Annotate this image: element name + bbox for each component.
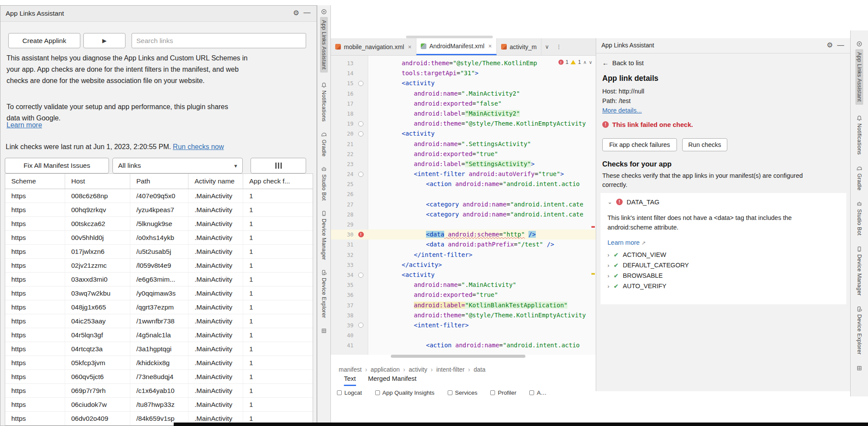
tab-androidmanifest-xml[interactable]: AndroidManifest.xml×: [416, 38, 497, 55]
passed-check-auto-verify[interactable]: ›✔AUTO_VERIFY: [607, 283, 689, 290]
error-stripe-mark[interactable]: [591, 226, 595, 228]
passed-check-default-category[interactable]: ›✔DEFAULT_CATEGORY: [607, 262, 689, 269]
horizontal-scrollbar[interactable]: [391, 355, 525, 358]
run-checks-now-link[interactable]: Run checks now: [173, 143, 224, 150]
bottom-bar-item-logcat[interactable]: Logcat: [337, 389, 362, 396]
bottom-bar-item-a-[interactable]: A…: [529, 389, 547, 396]
fold-icon[interactable]: [358, 172, 363, 177]
table-row[interactable]: https03axxd3mi0/e6g63mim....MainActivity…: [5, 273, 313, 286]
minimize-icon[interactable]: —: [304, 9, 310, 16]
fix-all-manifest-issues-button[interactable]: Fix All Manifest Issues: [5, 158, 109, 173]
column-header-path[interactable]: Path: [130, 174, 188, 189]
kebab-menu-icon[interactable]: ⋮: [552, 38, 565, 55]
table-row[interactable]: https04r5lqn3gf/4g5nalc1la.MainActivity1: [5, 328, 313, 342]
more-details-link[interactable]: More details...: [602, 107, 642, 114]
breadcrumb-item-intent-filter[interactable]: intent-filter: [436, 366, 465, 373]
code-editor[interactable]: 13android:theme="@style/Theme.KotlinEmp1…: [331, 56, 596, 355]
table-cell: .MainActivity: [188, 231, 243, 244]
right-strip-item-app-links-assistant[interactable]: App Links Assistant: [855, 41, 863, 105]
code-token: android:label=: [414, 302, 465, 309]
minimize-icon[interactable]: —: [837, 42, 844, 49]
chevron-down-icon[interactable]: ∨: [541, 38, 553, 55]
table-row[interactable]: https05kfcp3jvm/khidckix8g.MainActivity1: [5, 356, 313, 370]
tab-mobile-navigation-xml[interactable]: mobile_navigation.xml×: [331, 38, 416, 55]
warning-stripe-mark[interactable]: [591, 273, 595, 275]
learn-more-link[interactable]: Learn more: [607, 239, 640, 246]
gear-icon[interactable]: ⚙: [827, 42, 833, 49]
column-header-app-check-f-[interactable]: App check f...: [243, 174, 313, 189]
table-row[interactable]: https048jg1x665/qgrt37ezpm.MainActivity1: [5, 300, 313, 314]
next-issue-icon[interactable]: ∨: [589, 60, 592, 65]
table-row[interactable]: https03wq7w2kbu/y0qqimaw3s.MainActivity1: [5, 286, 313, 300]
breadcrumb-item-data[interactable]: data: [474, 366, 485, 373]
breadcrumb-item-application[interactable]: application: [371, 366, 400, 373]
table-row[interactable]: https00hq9zrkqv/yzu4kpeas7.MainActivity1: [5, 203, 313, 217]
intro-paragraph-1: This assistant helps you diagnose the Ap…: [7, 53, 248, 87]
close-icon[interactable]: ×: [488, 43, 492, 50]
table-row[interactable]: https00tskcza62/5lknugk9se.MainActivity1: [5, 217, 313, 231]
grid-icon[interactable]: [856, 365, 862, 371]
right-strip-item-studio-bot[interactable]: Studio Bot: [856, 201, 862, 236]
column-header-host[interactable]: Host: [65, 174, 130, 189]
dropdown-arrow-icon: ▾: [234, 163, 237, 169]
left-strip-item-studio-bot[interactable]: Studio Bot: [321, 166, 327, 201]
right-strip-item-device-manager[interactable]: Device Manager: [856, 246, 862, 296]
passed-check-browsable[interactable]: ›✔BROWSABLE: [607, 272, 689, 279]
left-strip-item-notifications[interactable]: Notifications: [321, 82, 327, 122]
left-strip-item-device-manager[interactable]: Device Manager: [321, 210, 327, 260]
bottom-bar-item-profiler[interactable]: Profiler: [490, 389, 516, 396]
fold-icon[interactable]: [358, 121, 363, 126]
code-token: =: [458, 90, 461, 97]
back-to-list-link[interactable]: ← Back to list: [602, 59, 644, 67]
gear-icon[interactable]: ⚙: [293, 10, 299, 17]
right-strip-item-gradle[interactable]: Gradle: [856, 165, 862, 190]
line-number: 14: [331, 68, 353, 78]
right-strip-item-notifications[interactable]: Notifications: [856, 115, 862, 155]
fold-icon[interactable]: [358, 81, 363, 86]
fix-app-check-failures-button[interactable]: Fix app check failures: [602, 138, 677, 151]
passed-check-action-view[interactable]: ›✔ACTION_VIEW: [607, 251, 689, 258]
prev-issue-icon[interactable]: ∧: [583, 60, 587, 65]
table-row[interactable]: https04rtcqtz3a/3a1hgptqgi.MainActivity1: [5, 342, 313, 356]
column-header-scheme[interactable]: Scheme: [5, 174, 65, 189]
table-row[interactable]: https06ciudok7w/tu87hwp33z.MainActivity1: [5, 398, 313, 412]
breadcrumb-item-manifest[interactable]: manifest: [339, 366, 362, 373]
line-number: 35: [331, 280, 353, 290]
bottom-bar-item-app-quality-insights[interactable]: App Quality Insights: [375, 389, 435, 396]
inspection-widget[interactable]: ! 1 1 ∧ ∨: [558, 59, 593, 65]
checks-card: ⌄ ! DATA_TAG This link's intent filter d…: [601, 193, 846, 304]
view-tab-merged-manifest[interactable]: Merged Manifest: [368, 375, 417, 386]
bottom-bar-item-services[interactable]: Services: [448, 389, 478, 396]
left-strip-item-device-explorer[interactable]: Device Explorer: [321, 270, 327, 318]
fold-icon[interactable]: [358, 273, 363, 278]
table-row[interactable]: https02jv21zzmc/l059v8t4e9.MainActivity1: [5, 259, 313, 273]
search-input[interactable]: [132, 33, 306, 48]
table-cell: https: [5, 342, 65, 356]
table-row[interactable]: https008c6z68np/407e09q5x0.MainActivity1: [5, 189, 313, 203]
run-button[interactable]: ▶: [83, 33, 125, 48]
code-token: <data: [426, 241, 444, 248]
table-row[interactable]: https069p7r79rh/c1x64yab10.MainActivity1: [5, 384, 313, 398]
table-row[interactable]: https00v5hhld0j/o0xhs14ykb.MainActivity1: [5, 231, 313, 245]
create-applink-button[interactable]: Create Applink: [8, 33, 80, 48]
column-settings-button[interactable]: [251, 158, 306, 173]
fold-icon[interactable]: [358, 131, 363, 136]
view-tab-text[interactable]: Text: [344, 375, 356, 386]
links-filter-dropdown[interactable]: All links ▾: [112, 158, 243, 173]
table-row[interactable]: https017jwlxzn6/u5t2usab5j.MainActivity1: [5, 245, 313, 259]
grid-icon[interactable]: [321, 328, 327, 334]
close-icon[interactable]: ×: [408, 43, 412, 50]
fold-icon[interactable]: [358, 323, 363, 328]
column-header-activity-name[interactable]: Activity name: [188, 174, 243, 189]
learn-more-link[interactable]: Learn more: [7, 121, 42, 129]
tab-activity-m[interactable]: activity_m: [497, 38, 541, 55]
left-strip-item-gradle[interactable]: Gradle: [321, 131, 327, 156]
run-checks-button[interactable]: Run checks: [682, 138, 727, 151]
failed-check-item[interactable]: ⌄ ! DATA_TAG: [607, 198, 660, 206]
right-strip-item-device-explorer[interactable]: Device Explorer: [856, 306, 862, 355]
breadcrumb-item-activity[interactable]: activity: [409, 366, 427, 373]
left-strip-item-app-links-assistant[interactable]: App Links Assistant: [320, 9, 328, 73]
table-row[interactable]: https04ic253aay/1wwnfbr738.MainActivity1: [5, 314, 313, 328]
code-token: "android.intent.cate: [510, 211, 584, 218]
table-row[interactable]: https060qv5jct6/73ne8udqj4.MainActivity1: [5, 370, 313, 384]
